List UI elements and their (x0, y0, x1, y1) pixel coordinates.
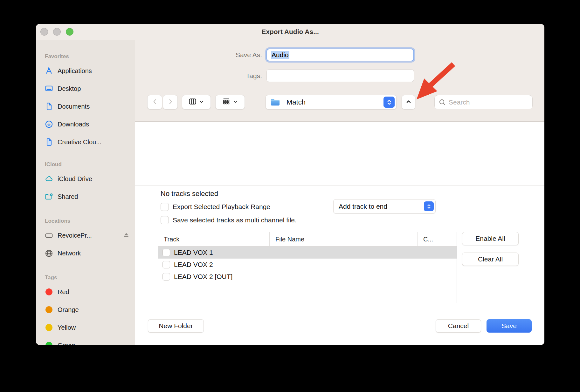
forward-button[interactable] (163, 95, 178, 109)
sidebar-item-icloud-drive[interactable]: iCloud Drive (45, 170, 130, 188)
sidebar-item-network[interactable]: Network (45, 244, 130, 262)
downloads-icon (45, 120, 53, 128)
sidebar-item-label: Desktop (58, 85, 130, 92)
table-row[interactable]: LEAD VOX 2 (158, 259, 457, 271)
yellow-tag-icon (45, 323, 53, 332)
column-header-spare (437, 232, 457, 246)
sidebar-item-creative-cloud[interactable]: Creative Clou... (45, 133, 130, 151)
multichannel-checkbox[interactable] (161, 216, 169, 224)
track-checkbox[interactable] (162, 249, 170, 256)
track-checkbox[interactable] (162, 261, 170, 268)
sidebar-item-label: Creative Clou... (58, 139, 130, 146)
sidebar-section-locations: Locations (45, 216, 130, 226)
sidebar-item-label: Yellow (58, 324, 130, 331)
sidebar-item-applications[interactable]: Applications (45, 62, 130, 80)
search-input[interactable] (449, 98, 535, 106)
tags-label: Tags: (227, 72, 262, 80)
search-field[interactable] (434, 95, 533, 109)
track-name: LEAD VOX 2 (174, 261, 213, 268)
search-icon (438, 98, 446, 106)
sidebar-item-tag-green[interactable]: Green (45, 336, 130, 345)
sidebar-item-desktop[interactable]: Desktop (45, 80, 130, 98)
location-popup[interactable]: Match (266, 95, 397, 109)
column-view-button[interactable] (182, 95, 211, 109)
add-track-popup[interactable]: Add track to end (333, 199, 436, 213)
playback-range-checkbox[interactable] (161, 203, 169, 211)
track-name: LEAD VOX 2 [OUT] (174, 273, 232, 280)
track-name: LEAD VOX 1 (174, 249, 213, 256)
enable-all-button[interactable]: Enable All (462, 232, 519, 245)
footer-bar: New Folder Cancel Save (135, 305, 544, 345)
sidebar-item-tag-red[interactable]: Red (45, 283, 130, 301)
green-tag-icon (45, 341, 53, 345)
new-folder-button[interactable]: New Folder (148, 319, 204, 333)
drive-icon (45, 231, 53, 240)
multichannel-label: Save selected tracks as multi channel fi… (173, 216, 297, 224)
track-table-header: Track File Name C... (158, 232, 457, 247)
sidebar-item-label: Applications (58, 67, 130, 75)
sidebar-item-label: Green (58, 342, 130, 345)
sidebar-section-favorites: Favorites (45, 51, 130, 62)
red-tag-icon (45, 288, 53, 296)
globe-icon (45, 249, 53, 257)
save-as-input[interactable]: Audio (266, 49, 414, 61)
chevron-left-icon (151, 98, 158, 106)
sidebar-section-tags: Tags (45, 272, 130, 283)
sidebar-item-revoicepro-volume[interactable]: RevoicePr... (45, 226, 130, 244)
group-view-button[interactable] (215, 95, 245, 109)
cancel-button[interactable]: Cancel (436, 319, 481, 333)
table-row[interactable]: LEAD VOX 1 (158, 247, 457, 259)
save-button[interactable]: Save (487, 319, 532, 333)
column-header-c[interactable]: C... (417, 232, 437, 246)
sidebar: Favorites Applications Desktop (36, 40, 135, 345)
sidebar-item-tag-orange[interactable]: Orange (45, 301, 130, 319)
back-button[interactable] (147, 95, 162, 109)
column-view-icon (189, 98, 197, 107)
export-dialog-window: Export Audio As... Favorites Application… (36, 24, 544, 345)
folder-icon (270, 98, 280, 106)
titlebar: Export Audio As... (36, 24, 544, 40)
eject-icon[interactable] (122, 231, 130, 240)
popup-stepper-icon (424, 201, 434, 211)
column-header-file-name[interactable]: File Name (269, 232, 417, 246)
table-row[interactable]: LEAD VOX 2 [OUT] (158, 271, 457, 283)
add-track-value: Add track to end (339, 203, 387, 210)
sidebar-item-documents[interactable]: Documents (45, 98, 130, 115)
clear-all-button[interactable]: Clear All (462, 253, 519, 266)
tracks-status-text: No tracks selected (161, 190, 218, 198)
appstore-icon (45, 67, 53, 75)
sidebar-section-icloud: iCloud (45, 159, 130, 170)
sidebar-item-shared[interactable]: Shared (45, 188, 130, 206)
chevron-down-icon (199, 99, 204, 105)
column-header-track[interactable]: Track (158, 232, 269, 246)
playback-range-checkbox-row: Export Selected Playback Range (161, 203, 270, 211)
track-checkbox[interactable] (162, 273, 170, 280)
parent-folder-button[interactable] (402, 95, 415, 109)
track-table: Track File Name C... LEAD VOX 1 LEAD VOX… (158, 232, 457, 303)
sidebar-item-label: Red (58, 288, 130, 296)
orange-tag-icon (45, 306, 53, 314)
cloud-icon (45, 175, 53, 183)
document-icon (45, 102, 53, 111)
file-browser[interactable] (135, 122, 544, 186)
multichannel-checkbox-row: Save selected tracks as multi channel fi… (161, 216, 297, 224)
location-value: Match (287, 98, 306, 106)
tags-input[interactable] (266, 69, 414, 82)
form-area: Save As: Audio Tags: (135, 40, 544, 122)
shared-folder-icon (45, 193, 53, 201)
chevron-down-icon (233, 99, 238, 105)
pane-divider (289, 122, 289, 186)
sidebar-item-label: iCloud Drive (58, 175, 130, 183)
save-as-value: Audio (271, 51, 289, 59)
sidebar-item-label: Network (58, 250, 130, 257)
chevron-right-icon (167, 98, 174, 106)
sidebar-item-tag-yellow[interactable]: Yellow (45, 319, 130, 336)
sidebar-item-label: Documents (58, 103, 130, 110)
group-view-icon (222, 98, 230, 107)
window-title: Export Audio As... (36, 24, 544, 40)
export-options-area: No tracks selected Export Selected Playb… (135, 186, 544, 305)
popup-stepper-icon (383, 97, 395, 108)
sidebar-item-downloads[interactable]: Downloads (45, 115, 130, 133)
sidebar-item-label: RevoicePr... (58, 232, 118, 239)
sidebar-item-label: Shared (58, 193, 130, 200)
